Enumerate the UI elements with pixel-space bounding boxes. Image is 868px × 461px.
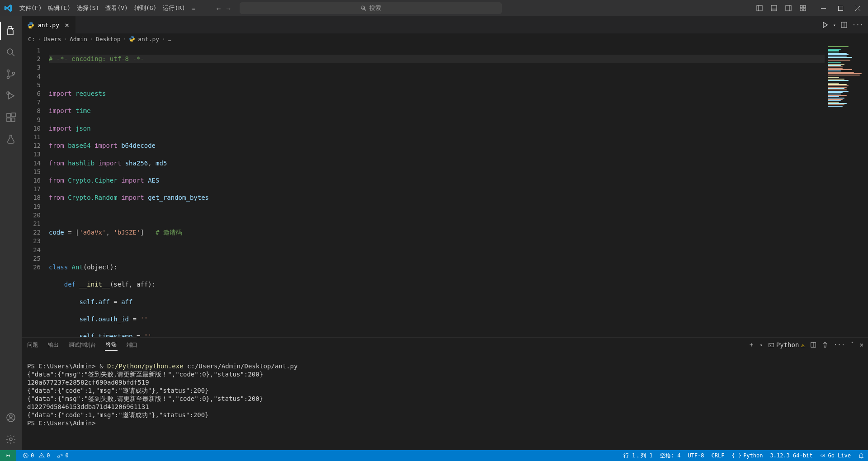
panel-tab-ports[interactable]: 端口 (126, 339, 138, 351)
indentation[interactable]: 空格: 4 (656, 450, 684, 461)
menu-goto[interactable]: 转到(G) (131, 1, 160, 15)
crumb[interactable]: Users (43, 36, 61, 42)
panel-tab-output[interactable]: 输出 (47, 339, 60, 351)
activity-extensions-icon[interactable] (0, 107, 22, 128)
svg-rect-6 (800, 5, 802, 8)
line-numbers: 1234 5678 9101112 13141516 17181920 2122… (22, 44, 49, 337)
svg-point-13 (7, 70, 9, 72)
terminal-new-icon[interactable]: ＋ (748, 341, 755, 349)
interpreter-label[interactable]: Python ⚠ (768, 341, 805, 348)
menu-run[interactable]: 运行(R) (160, 1, 188, 15)
svg-point-12 (7, 49, 13, 54)
activity-accounts-icon[interactable] (0, 407, 22, 428)
window-maximize-icon[interactable] (832, 0, 849, 16)
activity-search-icon[interactable] (0, 42, 22, 63)
svg-rect-18 (7, 118, 10, 122)
notifications-icon[interactable] (854, 450, 868, 461)
svg-rect-10 (821, 8, 826, 9)
terminal-split-icon[interactable] (810, 342, 816, 348)
menu-select[interactable]: 选择(S) (74, 1, 102, 15)
crumb[interactable]: C: (28, 36, 35, 42)
panel-tab-issues[interactable]: 问题 (26, 339, 39, 351)
title-bar: 文件(F) 编辑(E) 选择(S) 查看(V) 转到(G) 运行(R) … ← … (0, 0, 868, 16)
menu-file[interactable]: 文件(F) (16, 1, 45, 15)
eol[interactable]: CRLF (708, 450, 728, 461)
python-interpreter[interactable]: 3.12.3 64-bit (767, 450, 816, 461)
layout-customize-icon[interactable] (796, 0, 810, 16)
crumb[interactable]: Desktop (96, 36, 121, 42)
panel-maximize-icon[interactable]: ˆ (850, 341, 854, 348)
panel-close-icon[interactable]: × (860, 341, 863, 348)
activity-explorer-icon[interactable] (0, 20, 22, 42)
tab-close-icon[interactable]: × (63, 21, 71, 29)
menu-edit[interactable]: 编辑(E) (45, 1, 73, 15)
code-editor[interactable]: 1234 5678 9101112 13141516 17181920 2122… (22, 44, 868, 337)
svg-point-23 (9, 438, 12, 441)
layout-panel-icon[interactable] (767, 0, 781, 16)
svg-rect-4 (786, 5, 791, 11)
chevron-right-icon: › (64, 36, 67, 42)
activity-settings-icon[interactable] (0, 428, 22, 450)
editor-tabs: ant.py × ▾ ··· (22, 16, 868, 33)
code-content[interactable]: # -*- encoding: utf-8 -*- import request… (49, 44, 825, 337)
activity-bar (0, 16, 22, 450)
menu-more[interactable]: … (189, 1, 198, 15)
activity-debug-icon[interactable] (0, 85, 22, 107)
svg-rect-17 (7, 113, 10, 117)
editor-tab-antpy[interactable]: ant.py × (22, 16, 75, 33)
search-placeholder: 搜索 (369, 4, 381, 12)
minimap[interactable] (825, 44, 868, 337)
svg-rect-8 (800, 9, 802, 11)
run-dropdown-icon[interactable]: ▾ (833, 23, 836, 28)
language-mode[interactable]: { } Python (728, 450, 766, 461)
run-file-icon[interactable] (821, 21, 829, 28)
window-close-icon[interactable] (849, 0, 866, 16)
panel-more-icon[interactable]: ··· (834, 341, 845, 348)
svg-point-22 (9, 415, 12, 418)
panel-tab-terminal[interactable]: 终端 (105, 339, 118, 351)
nav-buttons: ← → (217, 4, 231, 13)
tab-filename: ant.py (38, 22, 59, 28)
python-file-icon (27, 22, 34, 29)
panel-tabs: 问题 输出 调试控制台 终端 端口 ＋ ▾ Python ⚠ ··· ˆ × (22, 338, 868, 352)
encoding[interactable]: UTF-8 (684, 450, 708, 461)
svg-point-14 (7, 76, 9, 79)
crumb[interactable]: Admin (70, 36, 87, 42)
terminal-output[interactable]: PS C:\Users\Admin> & D:/Python/python.ex… (22, 352, 868, 450)
remote-button[interactable] (0, 450, 16, 461)
layout-sidebar-right-icon[interactable] (781, 0, 796, 16)
window-minimize-icon[interactable] (815, 0, 832, 16)
chevron-right-icon: › (90, 36, 93, 42)
breadcrumbs[interactable]: C:› Users› Admin› Desktop› ant.py› … (22, 33, 868, 44)
crumb[interactable]: ant.py (138, 36, 159, 42)
nav-back-icon[interactable]: ← (217, 4, 221, 13)
terminal-trash-icon[interactable] (822, 342, 828, 348)
panel-tab-debug[interactable]: 调试控制台 (68, 339, 97, 351)
split-editor-icon[interactable] (840, 21, 848, 28)
menu-bar: 文件(F) 编辑(E) 选择(S) 查看(V) 转到(G) 运行(R) … (16, 1, 198, 15)
terminal-new-dropdown-icon[interactable]: ▾ (760, 343, 763, 348)
svg-point-31 (822, 455, 824, 456)
layout-sidebar-left-icon[interactable] (752, 0, 767, 16)
status-bar: 0 0 0 行 1，列 1 空格: 4 UTF-8 CRLF { } Pytho… (0, 450, 868, 461)
chevron-right-icon: › (38, 36, 41, 42)
svg-rect-11 (838, 6, 843, 10)
activity-testing-icon[interactable] (0, 128, 22, 150)
svg-rect-0 (757, 5, 762, 11)
tab-more-icon[interactable]: ··· (852, 21, 863, 28)
go-live[interactable]: Go Live (816, 450, 854, 461)
nav-forward-icon[interactable]: → (226, 4, 231, 13)
crumb[interactable]: … (168, 36, 171, 42)
svg-point-30 (58, 456, 60, 457)
command-center-search[interactable]: 搜索 (240, 2, 502, 14)
chevron-right-icon: › (162, 36, 165, 42)
svg-rect-7 (803, 5, 806, 8)
errors-warnings[interactable]: 0 0 (19, 450, 53, 461)
svg-rect-20 (12, 113, 15, 117)
activity-sourcecontrol-icon[interactable] (0, 63, 22, 85)
menu-view[interactable]: 查看(V) (102, 1, 131, 15)
ports-forwarded[interactable]: 0 (53, 450, 72, 461)
panel: 问题 输出 调试控制台 终端 端口 ＋ ▾ Python ⚠ ··· ˆ × P… (22, 337, 868, 450)
search-icon (360, 5, 367, 11)
cursor-position[interactable]: 行 1，列 1 (620, 450, 656, 461)
